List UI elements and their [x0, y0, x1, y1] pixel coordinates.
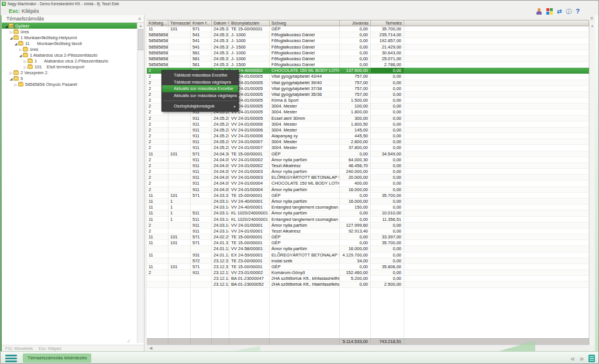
column-header[interactable]: Terhelés	[371, 20, 404, 26]
table-row[interactable]: 291124.05.28VV 24-01/00005Ecset akril 30…	[147, 116, 589, 122]
chevron-expanded-icon[interactable]: ◢	[4, 24, 9, 28]
menu-item[interactable]: Aktuális sor másolása vágólapra	[162, 92, 238, 99]
scroll-up-icon[interactable]: ▲	[590, 23, 595, 29]
chevron-expanded-icon[interactable]: ◢	[18, 53, 23, 57]
modules-grid-icon[interactable]	[546, 8, 553, 15]
chevron-collapsed-icon[interactable]: ▷	[23, 65, 27, 69]
tree-scroll-thumb[interactable]	[138, 29, 143, 50]
table-row[interactable]: 1110157124.02.29TE 15-00/00001GÉP0,0033.…	[147, 234, 589, 240]
column-header[interactable]	[404, 20, 589, 26]
column-header[interactable]: Témaszám	[168, 20, 191, 26]
menu-item[interactable]: Oszloptulajdonságok▸	[162, 103, 238, 110]
menu-item[interactable]: Táblázat másolása vágólapra	[162, 79, 238, 86]
table-row[interactable]: 291124.04.05VV 24-01/00003ELŐREGYÁRTOTT …	[147, 175, 589, 181]
chevron-collapsed-icon[interactable]: ▷	[23, 59, 27, 63]
column-header[interactable]: Dátum ▼	[212, 20, 229, 26]
table-row[interactable]: 1110157123.12.31TE 15-00/00001GÉP0,0035.…	[147, 264, 589, 270]
table-row[interactable]: 291124.05.28VV 24-01/000073004. Mester2.…	[147, 139, 589, 145]
tree-item[interactable]: ▷üres	[2, 46, 137, 52]
table-row[interactable]: 291124.03.14VV 24-01/00001Ámor nyila par…	[147, 223, 589, 228]
tree-item[interactable]: ▷1 Alabárdos utca 2-Pilisszentlászló	[2, 58, 137, 64]
table-cell: 0,00	[371, 228, 404, 234]
tree-item[interactable]: ◢11 Munkaerőköltség távoli	[2, 40, 137, 46]
table-row[interactable]: 291124.04.05VV 24-01/00004Ámor nyila par…	[147, 187, 589, 193]
table-row[interactable]: 11124.03.14VV 24-40/00001Ámor nyila parf…	[147, 199, 589, 204]
table-row[interactable]: 291124.04.05VV 24-01/00003Ámor nyila par…	[147, 169, 589, 175]
table-row[interactable]: 5858585854124.05.31J- 1000Főfoglalkozású…	[147, 38, 589, 44]
close-icon[interactable]: ✕	[137, 16, 142, 22]
table-row[interactable]: 5858585856124.05.31J- 1000Főfoglalkozású…	[147, 56, 589, 62]
table-row[interactable]: 11151124.03.14KL 1020/24000001Entangled …	[147, 217, 589, 223]
table-row[interactable]: 5858585854124.05.31J- 1000Főfoglalkozású…	[147, 32, 589, 38]
table-row[interactable]: 5858585856124.05.31J- 1000Főfoglalkozású…	[147, 50, 589, 56]
table-cell: 2	[147, 270, 168, 276]
chevron-expanded-icon[interactable]: ◢	[9, 36, 13, 40]
table-row[interactable]: 11151124.03.14KL 1020/24000001Ámor nyila…	[147, 210, 589, 216]
table-row[interactable]: 291124.04.05VV 24-01/00004CHOCOLATE 150 …	[147, 181, 589, 186]
table-row[interactable]: 1110157124.04.30TE 15-00/00001GÉP0,0034.…	[147, 151, 589, 157]
chevron-collapsed-icon[interactable]: ▷	[18, 47, 23, 51]
table-row[interactable]: 1193124.01.12EX 24-59/00001ELŐREGYÁRTOTT…	[147, 252, 589, 258]
column-header[interactable]: Költség...	[147, 20, 168, 26]
close-icon[interactable]: ✕	[590, 16, 594, 21]
table-row[interactable]: 11124.03.14VV 24-40/00001Entangled tangl…	[147, 204, 589, 210]
table-row[interactable]: 291124.05.28VV 24-01/00006Alapanyag xy44…	[147, 133, 589, 139]
table-row[interactable]: 1110157124.03.31TE 15-00/00001GÉP0,0035.…	[147, 193, 589, 199]
tree-item[interactable]: ▷2 Veszprém 2.	[2, 70, 137, 75]
total-jovairas: 5.114.533,00	[340, 339, 371, 345]
table-row[interactable]: 291124.03.14VV 24-01/00001Teszt Alkatrés…	[147, 228, 589, 234]
table-row[interactable]: 291123.12.13VV 23-01/00002Komárom-Gönyű1…	[147, 270, 589, 276]
chevron-expanded-icon[interactable]: ◢	[13, 41, 18, 46]
scroll-up-icon[interactable]: ▲	[137, 23, 144, 29]
chevron-collapsed-icon[interactable]: ▷	[13, 82, 18, 86]
sync-arrows-icon[interactable]: ⇄	[557, 8, 562, 15]
table-row[interactable]: 5858585854124.05.31J- 1500Főfoglalkozású…	[147, 44, 589, 50]
chevron-right-double-icon[interactable]: »	[580, 355, 585, 362]
table-row[interactable]: 23.12.12BA 01-230000472HA szőlőbirtok Kf…	[147, 276, 589, 282]
chevron-collapsed-icon[interactable]: ▷	[9, 71, 13, 75]
table-cell	[404, 38, 589, 44]
help-icon[interactable]: ?	[576, 8, 580, 15]
table-row[interactable]: 291124.05.28VV 24-01/000073004. Mester37…	[147, 145, 589, 151]
column-header[interactable]: Szöveg	[270, 20, 340, 26]
esc-exit-label[interactable]: Kilépés	[22, 8, 39, 14]
scroll-left-icon[interactable]: ◀	[147, 346, 152, 351]
table-row[interactable]: 291124.04.05VV 24-01/00002Teszt Alkatrés…	[147, 163, 589, 169]
column-header[interactable]: Jóváírás	[340, 20, 371, 26]
esc-hint-label: Esc: Kilépés	[39, 346, 61, 351]
column-header[interactable]: Knem f...	[191, 20, 212, 26]
table-row[interactable]: 24.01.12VV 24-58/00001Ámor nyila parfüm1…	[147, 246, 589, 252]
chevron-expanded-icon[interactable]: ◢	[9, 77, 13, 81]
column-header[interactable]: Bizonylatszám	[229, 20, 270, 26]
chevron-collapsed-icon[interactable]: ▷	[9, 30, 13, 34]
tree-item[interactable]: ◢1 Munkaerőköltség-Helyszíni	[2, 34, 137, 40]
table-vertical-scrollbar[interactable]: ▲	[589, 23, 595, 345]
menu-item[interactable]: Táblázat másolása Excelbe	[162, 72, 238, 79]
taskbar-query-button[interactable]: Témaelszámolás lekérdezés	[23, 353, 91, 363]
tree-item[interactable]: ◢Gyökér	[2, 23, 137, 29]
report-list-icon[interactable]	[588, 355, 595, 362]
tree-item[interactable]: ▷üres	[2, 29, 137, 34]
tree-item[interactable]: ▷101 Első termékcsoport	[2, 64, 137, 70]
table-row[interactable]: 291124.04.05VV 24-01/00002Ámor nyila par…	[147, 157, 589, 163]
table-row[interactable]: 1110157124.05.31TE 15-00/00001GÉP0,0035.…	[147, 26, 589, 32]
chevron-left-double-icon[interactable]: «	[571, 355, 576, 362]
tree-item[interactable]: ◢1 Alabárdos utca 2-Pilisszentlászló	[2, 52, 137, 58]
menu-hamburger-icon[interactable]	[5, 355, 17, 362]
table-row[interactable]: 291124.05.28VV 24-01/000063004. Mester14…	[147, 127, 589, 133]
table-cell: VV 24-58/00001	[229, 246, 270, 252]
menu-item[interactable]: Aktuális sor másolása Excelbe	[162, 85, 238, 92]
tree-item[interactable]: ▷58585858 Ötnyolc Pasarét	[2, 81, 137, 87]
table-row[interactable]: 1110157124.01.31TE 15-00/00001GÉP0,0035.…	[147, 240, 589, 246]
table-row[interactable]: 23.12.12BA 01-230000522HA szőlőbirtok Kf…	[147, 282, 589, 287]
user-icon[interactable]	[536, 8, 542, 15]
info-icon[interactable]: ⓘ	[566, 8, 572, 15]
table-cell: 911	[191, 163, 212, 169]
table-cell: TE 15-00/00001	[229, 151, 270, 157]
table-row[interactable]: 57223.12.31TE 23-00/00001irodai szék34,0…	[147, 258, 589, 264]
table-row[interactable]: 5858585856124.05.31J- 1500Főfoglalkozású…	[147, 62, 589, 68]
tree-item[interactable]: ◢5	[2, 75, 137, 81]
table-cell	[404, 193, 589, 199]
tree-scrollbar[interactable]: ▲	[137, 23, 144, 343]
table-row[interactable]: 291124.05.28VV 24-01/000063004. Mester1.…	[147, 122, 589, 127]
